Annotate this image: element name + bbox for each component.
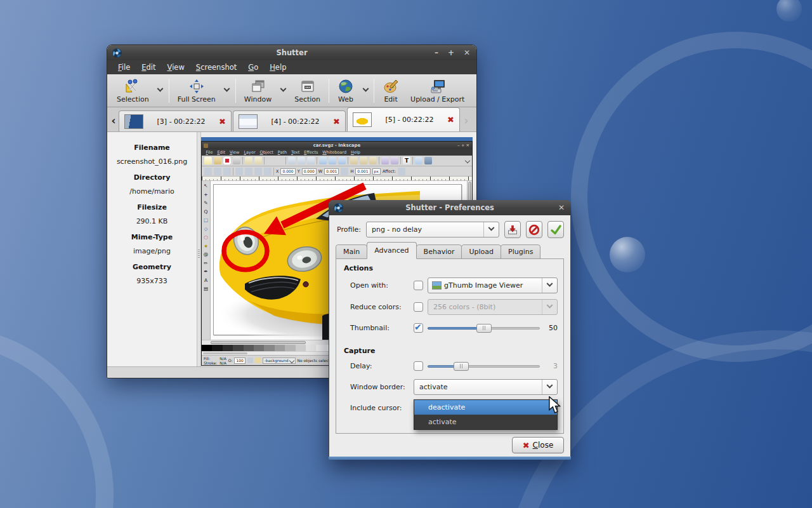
dialog-title: Shutter - Preferences — [329, 203, 571, 212]
delay-slider[interactable] — [428, 361, 540, 371]
dialog-close-button[interactable]: ✕ — [558, 200, 565, 215]
toolbar-icon — [288, 157, 296, 164]
web-button[interactable]: Web — [332, 76, 360, 106]
preferences-titlebar[interactable]: Shutter - Preferences ✕ — [329, 200, 571, 215]
chevron-down-icon — [542, 300, 557, 314]
toolbar-icon — [298, 157, 305, 164]
menu-file[interactable]: File — [112, 60, 136, 74]
file-info-sidebar: Filename screenshot_016.png Directory /h… — [107, 132, 197, 366]
thumbnail-value: 50 — [544, 324, 558, 332]
window-button[interactable]: Window — [239, 76, 277, 106]
delay-slider-thumb[interactable] — [454, 362, 469, 371]
pane-splitter[interactable] — [197, 132, 201, 366]
menu-edit[interactable]: Edit — [136, 60, 161, 74]
desktop: Shutter – + ✕ File Edit View Screenshot … — [0, 0, 812, 508]
toolbar-icon — [276, 157, 284, 164]
open-with-checkbox[interactable] — [414, 281, 423, 290]
reduce-colors-combobox[interactable]: 256 colors - (8bit) — [428, 299, 558, 315]
option-deactivate[interactable]: deactivate — [414, 400, 557, 415]
selection-button[interactable]: Selection — [111, 76, 155, 106]
close-button[interactable]: ✕ — [464, 45, 470, 60]
toolbar-icon — [369, 157, 377, 164]
thumbnail-slider[interactable] — [428, 323, 540, 333]
reduce-colors-label: Reduce colors: — [344, 303, 414, 311]
toolbar-icon — [338, 157, 346, 164]
tab-thumbnail — [353, 112, 372, 127]
tab-advanced[interactable]: Advanced — [367, 242, 416, 259]
include-cursor-label: Include cursor: — [344, 404, 414, 412]
eye-icon — [247, 358, 253, 363]
toolbar-separator — [169, 79, 169, 103]
window-icon — [250, 79, 266, 94]
inkscape-toolbox: ↖+✎Q□◇○★@✏✒A▤ — [202, 181, 211, 340]
menu-go[interactable]: Go — [242, 60, 264, 74]
section-icon — [299, 79, 316, 94]
width-field: 0.001 — [324, 168, 339, 175]
tab-close-icon[interactable]: ✖ — [219, 117, 226, 126]
selection-dropdown-arrow[interactable] — [155, 76, 166, 106]
desktop-bubble-decoration — [610, 237, 645, 272]
toolbar-icon — [360, 157, 367, 164]
menu-help[interactable]: Help — [264, 60, 292, 74]
full-screen-dropdown-arrow[interactable] — [221, 76, 233, 106]
height-field: 0.001 — [355, 168, 370, 175]
tab-main[interactable]: Main — [336, 244, 367, 259]
close-dialog-button[interactable]: ✖ Close — [512, 437, 564, 453]
edit-button[interactable]: Edit — [377, 76, 405, 106]
mimetype-label: Mime-Type — [107, 233, 197, 241]
screenshot-tab-5-active[interactable]: [5] - 00:22:22 ✖ — [347, 107, 460, 131]
lock-icon — [255, 358, 261, 363]
tab-behavior[interactable]: Behavior — [416, 244, 462, 259]
screenshot-tab-4[interactable]: [4] - 00:22:22 ✖ — [233, 110, 346, 131]
toolbar-icon — [204, 157, 212, 164]
minimize-button[interactable]: – — [435, 45, 438, 60]
reduce-colors-checkbox[interactable] — [414, 302, 423, 312]
toolbar-icon — [329, 157, 336, 164]
tabs-prev-arrow[interactable]: ‹ — [108, 110, 119, 131]
delay-value: 3 — [544, 362, 558, 370]
upload-export-button[interactable]: Upload / Export — [405, 76, 470, 106]
capture-toolbar: Selection Full Screen — [107, 74, 476, 107]
tab-close-icon[interactable]: ✖ — [333, 117, 340, 126]
window-dropdown-arrow[interactable] — [277, 76, 289, 106]
tab-close-icon[interactable]: ✖ — [447, 115, 454, 124]
selection-icon — [124, 79, 141, 94]
toolbar-icon — [214, 157, 221, 164]
screenshot-tab-3[interactable]: [3] - 00:22:22 ✖ — [119, 110, 232, 131]
section-button[interactable]: Section — [289, 76, 326, 106]
shutter-titlebar[interactable]: Shutter – + ✕ — [107, 45, 476, 60]
window-border-combobox[interactable]: activate — [414, 379, 558, 395]
window-title: Shutter — [107, 48, 476, 57]
delay-checkbox[interactable] — [414, 361, 423, 371]
open-with-combobox[interactable]: gThumb Image Viewer — [428, 277, 558, 293]
full-screen-button[interactable]: Full Screen — [172, 76, 221, 106]
menu-screenshot[interactable]: Screenshot — [190, 60, 242, 74]
block-icon — [528, 224, 540, 236]
include-cursor-dropdown-list: deactivate activate — [414, 399, 558, 430]
filename-label: Filename — [107, 144, 197, 152]
maximize-button[interactable]: + — [448, 45, 454, 60]
tab-upload[interactable]: Upload — [461, 244, 501, 259]
inkscape-screenshot-titlebar: car.svgz - Inkscape ‒ + ✕ — [202, 142, 472, 149]
thumbnail-checkbox[interactable] — [414, 323, 423, 333]
profile-combobox[interactable]: png - no delay — [366, 222, 499, 237]
session-tabstrip: ‹ [3] - 00:22:22 ✖ [4] - 00:22:22 ✖ [5] … — [107, 107, 476, 132]
web-dropdown-arrow[interactable] — [360, 76, 371, 106]
tabs-next-arrow[interactable]: › — [461, 110, 471, 131]
toolbar-icon — [415, 157, 422, 164]
delete-profile-button[interactable] — [526, 221, 542, 238]
x-coordinate-field: 0.000 — [280, 168, 295, 175]
menu-view[interactable]: View — [162, 60, 190, 74]
gthumb-app-icon — [432, 281, 442, 290]
thumbnail-slider-thumb[interactable] — [476, 324, 492, 333]
desktop-ring-decoration — [0, 326, 114, 508]
profile-label: Profile: — [337, 225, 361, 234]
y-coordinate-field: 0.000 — [302, 168, 317, 175]
save-profile-icon — [507, 224, 518, 236]
toolbar-icon — [204, 168, 212, 175]
tab-plugins[interactable]: Plugins — [501, 244, 540, 259]
save-profile-button[interactable] — [504, 221, 521, 238]
option-activate[interactable]: activate — [414, 415, 557, 429]
apply-profile-button[interactable] — [547, 221, 564, 238]
chevron-down-icon — [542, 278, 557, 293]
